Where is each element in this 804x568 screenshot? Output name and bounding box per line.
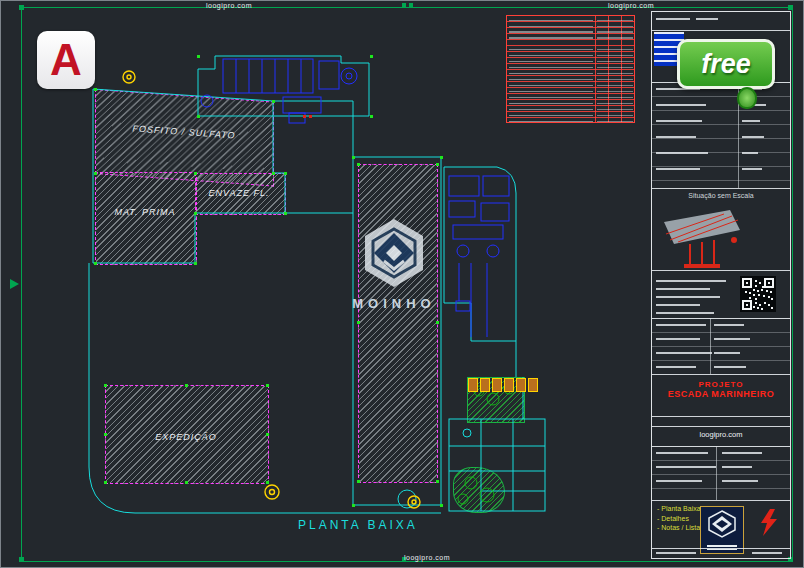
text-line-bar: [656, 366, 696, 368]
text-line-bar: [714, 324, 744, 326]
text-line-bar: [714, 338, 750, 340]
text-line-bar: [742, 152, 758, 154]
project-title: PROJETO ESCADA MARINHEIRO: [652, 380, 790, 399]
equipment-box: [528, 378, 538, 392]
text-line-bar: [742, 136, 764, 138]
revision-rows: [652, 82, 790, 188]
moinho-emblem-small-icon: [704, 509, 740, 539]
situation-label: Situação sem Escala: [652, 192, 790, 199]
title-block-divider: [652, 374, 790, 375]
project-title-line2: ESCADA MARINHEIRO: [652, 389, 790, 399]
text-line-bar: [742, 120, 760, 122]
contents-item: - Planta Baixa: [657, 504, 704, 514]
vegetation-scribbles: [458, 384, 514, 504]
watermark-url-top-left: loogipro.com: [206, 2, 252, 9]
text-line-bar: [656, 452, 708, 454]
text-line-bar: [707, 545, 737, 547]
equipment-box: [468, 378, 478, 392]
title-block-site: loogipro.com: [652, 430, 790, 439]
title-block-divider: [716, 446, 717, 500]
room-label-mat-prima: MAT. PRIMA: [114, 207, 175, 217]
text-line-bar: [714, 352, 740, 354]
room-label-expedicao: EXPEDIÇÃO: [155, 432, 217, 442]
text-line-bar: [656, 552, 696, 554]
moinho-watermark-text: MOINHO: [344, 296, 444, 311]
text-line-bar: [656, 136, 696, 138]
text-line-bar: [742, 168, 762, 170]
materials-table: [506, 15, 635, 123]
moinho-logo-small: [700, 506, 744, 554]
text-line-bar: [656, 280, 726, 282]
text-line-bar: [656, 168, 700, 170]
equipment-box: [504, 378, 514, 392]
medal-icon: [737, 87, 757, 109]
equipment-boxes-row: [468, 378, 538, 392]
title-block: Situação sem Escala: [651, 11, 791, 559]
text-line-bar: [722, 452, 762, 454]
watermark-url-bottom: loogipro.com: [404, 554, 450, 561]
text-line-bar: [752, 552, 782, 554]
text-line-bar: [656, 338, 700, 340]
project-title-line1: PROJETO: [652, 380, 790, 389]
contents-item: - Notas / Listas: [657, 523, 704, 533]
equipment-box: [516, 378, 526, 392]
text-line-bar: [656, 352, 712, 354]
text-line-bar: [722, 466, 752, 468]
text-line-bar: [722, 480, 758, 482]
lightning-icon: [758, 508, 780, 538]
equipment-box: [480, 378, 490, 392]
qr-code: [740, 276, 776, 312]
autocad-logo: A: [37, 31, 95, 89]
text-line-bar: [656, 312, 714, 314]
text-line-bar: [656, 466, 716, 468]
free-badge-label: free: [701, 49, 751, 80]
contents-item: - Detalhes: [657, 514, 704, 524]
moinho-watermark: MOINHO: [344, 217, 444, 311]
text-line-bar: [656, 324, 706, 326]
equipment-box: [492, 378, 502, 392]
text-line-bar: [656, 288, 710, 290]
sheet-contents-list: - Planta Baixa - Detalhes - Notas / List…: [657, 504, 704, 533]
info-rows: [652, 446, 790, 500]
title-block-divider: [652, 270, 790, 271]
room-label-envaze: ENVAZE FL.: [208, 188, 269, 198]
free-badge: free: [677, 39, 775, 89]
text-line-bar: [714, 366, 746, 368]
text-line-bar: [656, 104, 706, 106]
text-line-bar: [656, 120, 702, 122]
plan-caption: PLANTA BAIXA: [298, 518, 418, 532]
watermark-url-top-right: loogipro.com: [608, 2, 654, 9]
text-line-bar: [656, 296, 720, 298]
text-line-bar: [656, 152, 708, 154]
title-block-divider: [652, 500, 790, 501]
text-line-bar: [696, 18, 718, 20]
title-block-divider: [652, 548, 790, 549]
moinho-emblem-icon: [354, 217, 434, 291]
title-block-divider: [652, 416, 790, 417]
text-line-bar: [656, 18, 690, 20]
title-block-divider: [652, 30, 790, 31]
cad-sheet: loogipro.com loogipro.com loogipro.com: [0, 0, 804, 568]
situation-detail-drawing: [660, 206, 752, 272]
text-line-bar: [656, 304, 700, 306]
text-line-bar: [656, 480, 702, 482]
title-block-divider: [652, 426, 790, 427]
title-block-divider: [652, 188, 790, 189]
autocad-letter: A: [50, 38, 82, 82]
title-block-divider: [710, 318, 711, 374]
